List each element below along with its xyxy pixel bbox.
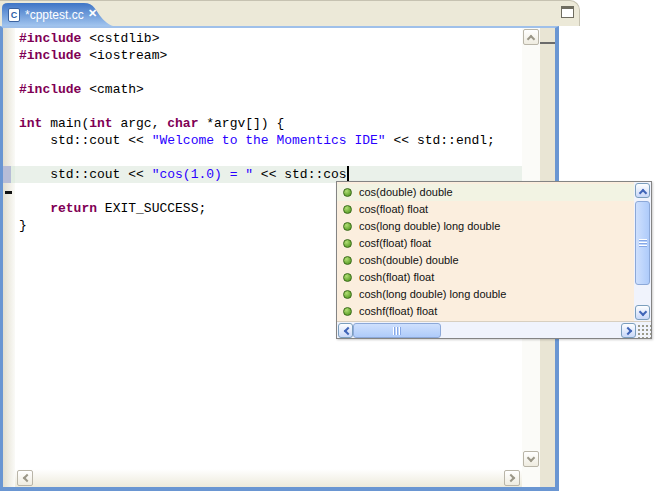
code-string: "cos(1.0) = " (152, 167, 253, 182)
code-keyword: return (50, 201, 97, 216)
scroll-right-button[interactable] (504, 470, 520, 486)
code-line[interactable]: int main(int argc, char *argv[]) { (15, 115, 522, 132)
code-line[interactable] (15, 64, 522, 81)
chevron-up-icon (527, 35, 535, 43)
maximize-button[interactable] (561, 6, 576, 20)
tab-title: *cpptest.cc (25, 8, 84, 22)
maximize-icon (561, 6, 574, 18)
tab-cpptest[interactable]: C *cpptest.cc ✕ (2, 3, 122, 27)
code-keyword: #include (19, 82, 81, 97)
public-function-icon (343, 188, 352, 197)
popup-hscroll-thumb[interactable] (353, 323, 441, 338)
public-function-icon (343, 307, 352, 316)
code-text: <cstdlib> (81, 31, 159, 46)
editor-tab-bar: C *cpptest.cc ✕ (0, 0, 580, 26)
popup-horizontal-scrollbar[interactable] (337, 321, 651, 338)
completion-item-label: coshf(float) float (359, 305, 437, 317)
code-string: "Welcome to the Momentics IDE" (152, 133, 386, 148)
completion-item[interactable]: cosh(double) double (337, 252, 634, 269)
c-source-file-icon: C (8, 8, 20, 22)
code-line[interactable]: #include <cmath> (15, 81, 522, 98)
popup-scroll-left-button[interactable] (338, 323, 353, 338)
fold-marker[interactable] (5, 191, 12, 194)
public-function-icon (343, 256, 352, 265)
chevron-right-icon (624, 327, 632, 335)
code-keyword: int (19, 116, 42, 131)
code-text: <cmath> (81, 82, 143, 97)
code-text: EXIT_SUCCESS; (97, 201, 206, 216)
text-caret (347, 166, 349, 181)
scroll-down-button[interactable] (523, 451, 539, 467)
completion-item-label: cosf(float) float (359, 237, 431, 249)
popup-scroll-right-button[interactable] (621, 323, 636, 338)
popup-hscroll-track[interactable] (441, 322, 620, 338)
code-text: } (19, 218, 27, 233)
chevron-left-icon (344, 327, 352, 335)
completion-item-label: cosh(double) double (359, 254, 459, 266)
completion-item[interactable]: cosh(long double) long double (337, 286, 634, 303)
resize-grip[interactable] (636, 323, 651, 338)
completion-popup: cos(double) doublecos(float) floatcos(lo… (336, 181, 652, 339)
chevron-down-icon (527, 454, 535, 462)
annotation-ruler (3, 28, 15, 487)
public-function-icon (343, 290, 352, 299)
scroll-up-button[interactable] (523, 29, 539, 45)
popup-scroll-up-button[interactable] (635, 183, 650, 198)
completion-item-label: cosh(float) float (359, 271, 434, 283)
popup-scroll-down-button[interactable] (635, 305, 650, 320)
code-text: std::cout << (19, 167, 152, 182)
code-line[interactable]: std::cout << "Welcome to the Momentics I… (15, 132, 522, 149)
code-keyword: char (167, 116, 198, 131)
completion-item-label: cos(double) double (359, 186, 453, 198)
code-text: << std::endl; (386, 133, 495, 148)
overview-marker[interactable] (540, 42, 555, 44)
horizontal-scrollbar[interactable] (15, 469, 522, 487)
code-text: argc, (113, 116, 168, 131)
completion-list: cos(double) doublecos(float) floatcos(lo… (337, 182, 634, 321)
close-icon[interactable]: ✕ (88, 7, 97, 20)
code-text: main( (42, 116, 89, 131)
code-text: << std::cos (253, 167, 347, 182)
public-function-icon (343, 273, 352, 282)
public-function-icon (343, 239, 352, 248)
code-keyword: int (89, 116, 112, 131)
completion-item-label: cosh(long double) long double (359, 288, 506, 300)
code-line[interactable] (15, 98, 522, 115)
code-line[interactable]: #include <cstdlib> (15, 30, 522, 47)
code-text: *argv[]) { (198, 116, 284, 131)
chevron-left-icon (23, 474, 31, 482)
current-line-ruler-marker (3, 166, 15, 183)
code-text: <iostream> (81, 48, 167, 63)
popup-vscroll-thumb[interactable] (635, 201, 650, 285)
ide-editor-window: C *cpptest.cc ✕ #include <cstdlib>#inclu… (0, 0, 656, 491)
completion-item-label: cos(long double) long double (359, 220, 500, 232)
chevron-down-icon (639, 308, 647, 316)
completion-item[interactable]: cos(double) double (337, 184, 634, 201)
code-line[interactable]: #include <iostream> (15, 47, 522, 64)
code-keyword: #include (19, 48, 81, 63)
chevron-up-icon (639, 189, 647, 197)
completion-item[interactable]: cos(float) float (337, 201, 634, 218)
code-text: std::cout << (19, 133, 152, 148)
public-function-icon (343, 222, 352, 231)
completion-item-label: cos(float) float (359, 203, 428, 215)
code-keyword: #include (19, 31, 81, 46)
public-function-icon (343, 205, 352, 214)
scroll-left-button[interactable] (17, 470, 33, 486)
code-line[interactable] (15, 149, 522, 166)
completion-item[interactable]: coshf(float) float (337, 303, 634, 320)
chevron-right-icon (507, 474, 515, 482)
completion-item[interactable]: cos(long double) long double (337, 218, 634, 235)
completion-item[interactable]: cosh(float) float (337, 269, 634, 286)
completion-item[interactable]: cosf(float) float (337, 235, 634, 252)
code-text (19, 201, 50, 216)
popup-vertical-scrollbar[interactable] (634, 182, 651, 321)
